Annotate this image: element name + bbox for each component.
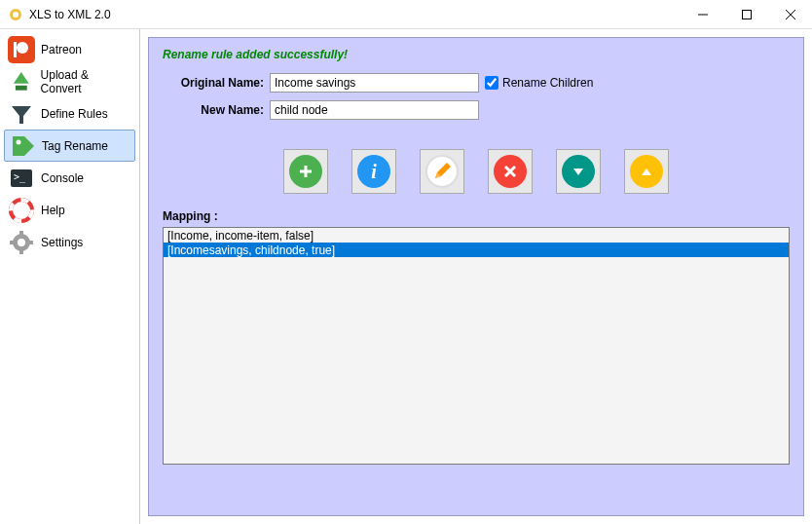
chevron-down-icon [562, 155, 595, 188]
delete-button[interactable] [488, 149, 533, 194]
svg-text:>_: >_ [14, 171, 26, 183]
main-area: Rename rule added successfully! Original… [140, 29, 812, 524]
original-name-label: Original Name: [163, 76, 264, 90]
sidebar-label: Tag Rename [42, 139, 108, 153]
svg-rect-21 [28, 241, 33, 244]
svg-rect-9 [16, 85, 27, 90]
rename-children-wrap[interactable]: Rename Children [485, 76, 593, 90]
window-title: XLS to XML 2.0 [29, 8, 681, 21]
toolbar: i [163, 149, 790, 194]
info-button[interactable]: i [351, 149, 396, 194]
sidebar-label: Help [41, 204, 65, 217]
svg-rect-18 [19, 231, 23, 236]
window-controls [681, 0, 812, 28]
add-button[interactable] [283, 149, 328, 194]
maximize-button[interactable] [724, 0, 768, 29]
move-down-button[interactable] [556, 149, 601, 194]
svg-rect-19 [19, 249, 23, 254]
console-icon: >_ [8, 165, 35, 192]
mapping-list[interactable]: [Income, income-item, false] [Incomesavi… [163, 227, 790, 465]
sidebar-item-console[interactable]: >_ Console [4, 162, 135, 194]
svg-point-7 [17, 42, 28, 54]
original-name-input[interactable] [270, 73, 479, 93]
maximize-icon [742, 10, 752, 19]
sidebar-item-upload[interactable]: Upload & Convert [4, 65, 135, 97]
main-panel: Rename rule added successfully! Original… [148, 37, 804, 516]
plus-icon [289, 155, 322, 188]
upload-icon [8, 68, 35, 95]
rename-children-checkbox[interactable] [485, 76, 498, 90]
sidebar-label: Upload & Convert [41, 68, 131, 95]
titlebar: XLS to XML 2.0 [0, 0, 812, 29]
svg-point-17 [18, 239, 25, 246]
svg-rect-20 [10, 241, 15, 244]
minimize-button[interactable] [681, 0, 724, 29]
pencil-icon [425, 155, 459, 188]
x-icon [494, 155, 527, 188]
funnel-icon [8, 100, 35, 128]
app-icon [8, 7, 23, 22]
original-name-row: Original Name: Rename Children [163, 73, 790, 93]
mapping-row[interactable]: [Income, income-item, false] [164, 228, 789, 243]
info-icon: i [357, 155, 390, 188]
help-icon [8, 197, 35, 224]
tag-icon [9, 132, 36, 160]
sidebar-item-tag-rename[interactable]: Tag Rename [4, 130, 135, 162]
svg-point-15 [17, 206, 26, 215]
mapping-row[interactable]: [Incomesavings, childnode, true] [164, 243, 789, 257]
sidebar-item-patreon[interactable]: Patreon [4, 33, 135, 65]
gear-icon [8, 229, 35, 256]
sidebar-label: Patreon [41, 43, 82, 56]
app-body: Patreon Upload & Convert Define Rules Ta… [0, 29, 812, 524]
patreon-icon [8, 36, 35, 63]
svg-point-10 [17, 139, 21, 144]
new-name-row: New Name: [163, 100, 790, 120]
sidebar-item-rules[interactable]: Define Rules [4, 97, 135, 130]
edit-button[interactable] [420, 149, 464, 194]
close-button[interactable] [768, 0, 812, 29]
move-up-button[interactable] [624, 149, 669, 194]
close-icon [786, 10, 795, 19]
sidebar-item-help[interactable]: Help [4, 194, 135, 226]
sidebar-label: Console [41, 171, 84, 185]
new-name-input[interactable] [270, 100, 479, 120]
svg-rect-8 [14, 42, 17, 57]
svg-point-1 [13, 12, 18, 18]
status-message: Rename rule added successfully! [163, 48, 790, 61]
mapping-label: Mapping : [163, 209, 790, 223]
svg-rect-3 [742, 11, 751, 19]
sidebar-label: Define Rules [41, 107, 108, 121]
sidebar-item-settings[interactable]: Settings [4, 226, 135, 258]
sidebar: Patreon Upload & Convert Define Rules Ta… [0, 29, 140, 524]
rename-children-label: Rename Children [502, 76, 593, 90]
new-name-label: New Name: [163, 103, 264, 117]
chevron-up-icon [630, 155, 663, 188]
sidebar-label: Settings [41, 236, 83, 249]
minimize-icon [698, 10, 708, 19]
